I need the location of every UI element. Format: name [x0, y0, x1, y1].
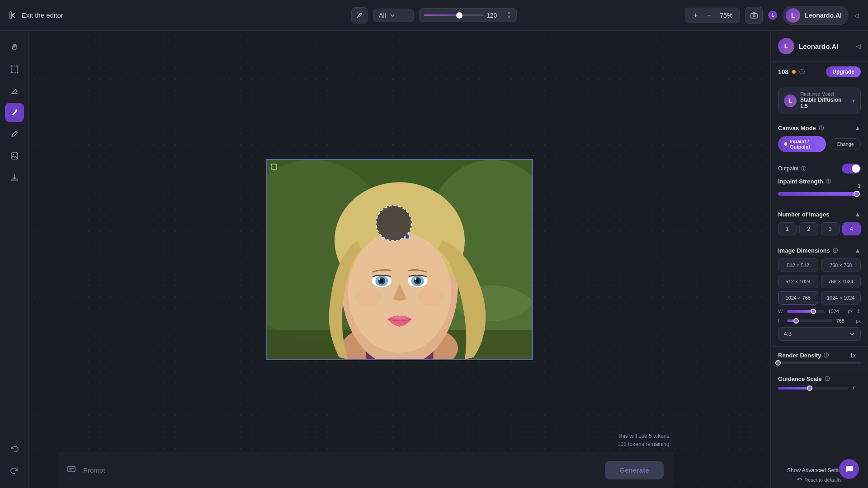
- aspect-ratio-select[interactable]: 4:3: [778, 327, 861, 341]
- guidance-scale-info-icon[interactable]: ⓘ: [825, 375, 830, 382]
- change-mode-button[interactable]: Change: [830, 138, 861, 150]
- canvas-area[interactable]: This will use 5 tokens. 108 tokens remai…: [29, 31, 770, 488]
- reset-icon: [797, 477, 802, 483]
- canvas-mode-info-icon[interactable]: ⓘ: [819, 125, 824, 131]
- num-images-4[interactable]: 4: [842, 222, 861, 235]
- user-avatar-area[interactable]: L Leonardo.AI: [783, 6, 849, 25]
- render-density-row: [778, 361, 861, 364]
- chat-float-button[interactable]: [839, 459, 859, 479]
- num-images-grid: 1 2 3 4: [778, 222, 861, 235]
- width-slider-row: W 1024 px ⇕: [778, 308, 861, 314]
- inpaint-strength-info-icon[interactable]: ⓘ: [826, 178, 831, 185]
- svg-rect-0: [10, 12, 11, 19]
- canvas-image[interactable]: [266, 159, 533, 360]
- zoom-minus-button[interactable]: −: [703, 10, 714, 21]
- brush-size-down[interactable]: ▼: [506, 15, 512, 20]
- upgrade-button[interactable]: Upgrade: [826, 66, 861, 77]
- zoom-in-button[interactable]: +: [690, 10, 701, 21]
- brush-size-thumb[interactable]: [456, 12, 462, 19]
- dim-1024x768[interactable]: 1024 × 768: [778, 291, 818, 305]
- panel-collapse-btn[interactable]: ◁: [856, 42, 861, 50]
- num-images-1[interactable]: 1: [778, 222, 797, 235]
- image-dimensions-info-icon[interactable]: ⓘ: [833, 247, 838, 254]
- brush-size-slider[interactable]: 120 ▲ ▼: [419, 8, 517, 22]
- image-dimensions-title: Image Dimensions ⓘ: [778, 247, 838, 254]
- guidance-scale-title: Guidance Scale ⓘ: [778, 375, 830, 382]
- transform-tool-button[interactable]: [5, 60, 24, 79]
- svg-point-33: [393, 316, 406, 319]
- hand-tool-button[interactable]: [5, 38, 24, 57]
- camera-button[interactable]: [745, 7, 763, 24]
- panel-header: L Leonardo.AI ◁: [771, 31, 868, 62]
- model-chevron-icon: ▾: [852, 98, 855, 104]
- zoom-controls: + − 75%: [685, 8, 740, 23]
- outpaint-toggle-knob: [852, 164, 860, 173]
- panel-user-avatar: L: [778, 38, 794, 54]
- height-thumb[interactable]: [793, 318, 799, 324]
- inpaint-outpaint-button[interactable]: Inpaint / Outpaint: [778, 136, 826, 152]
- dim-768x768[interactable]: 768 × 768: [821, 258, 861, 272]
- render-density-track[interactable]: [778, 361, 861, 364]
- inpaint-strength-thumb[interactable]: [854, 191, 860, 197]
- token-dot-icon: [792, 70, 796, 74]
- canvas-mode-collapse-icon: ▲: [854, 124, 861, 131]
- prompt-icon[interactable]: [67, 465, 76, 476]
- guidance-scale-row: 7: [778, 385, 861, 391]
- brush-type-dropdown[interactable]: All: [373, 9, 414, 22]
- aspect-ratio-label: 4:3: [784, 331, 792, 337]
- exit-button[interactable]: Exit the editor: [9, 11, 63, 20]
- prompt-input[interactable]: [83, 466, 598, 474]
- dim-512x512[interactable]: 512 × 512: [778, 258, 818, 272]
- paint-tool-button[interactable]: [5, 103, 24, 122]
- dim-1024x1024[interactable]: 1024 × 1024: [821, 291, 861, 305]
- guidance-scale-thumb[interactable]: [807, 385, 812, 391]
- svg-point-27: [378, 278, 380, 280]
- bottom-bar: Generate: [58, 452, 673, 488]
- width-thumb[interactable]: [811, 309, 816, 314]
- canvas-mode-header[interactable]: Canvas Mode ⓘ ▲: [778, 124, 861, 131]
- brush-size-up[interactable]: ▲: [506, 10, 512, 15]
- model-avatar: L: [784, 94, 797, 107]
- height-label: H: [778, 318, 783, 324]
- num-images-3[interactable]: 3: [821, 222, 840, 235]
- token-info-icon[interactable]: ⓘ: [799, 68, 805, 76]
- num-images-2[interactable]: 2: [799, 222, 818, 235]
- width-track[interactable]: [787, 310, 824, 313]
- inpaint-strength-slider-wrap: 1: [778, 192, 861, 196]
- dim-768x1024[interactable]: 768 × 1024: [821, 275, 861, 288]
- exit-icon: [9, 11, 18, 20]
- inpaint-strength-title: Inpaint Strength ⓘ: [778, 178, 861, 185]
- dim-512x1024[interactable]: 512 × 1024: [778, 275, 818, 288]
- token-row: 108 ⓘ Upgrade: [771, 62, 868, 82]
- outpaint-toggle[interactable]: [842, 164, 861, 174]
- download-button[interactable]: [5, 168, 24, 187]
- num-images-header[interactable]: Number of Images ▲: [778, 211, 861, 218]
- brush-type-label: All: [379, 12, 386, 19]
- pen-tool-button[interactable]: [5, 125, 24, 144]
- height-track[interactable]: [787, 319, 832, 322]
- svg-rect-37: [68, 466, 75, 472]
- width-label: W: [778, 309, 783, 314]
- aspect-chevron-icon: [849, 331, 855, 337]
- image-dimensions-header[interactable]: Image Dimensions ⓘ ▲: [778, 247, 861, 254]
- brush-size-value: 120: [486, 12, 503, 19]
- generate-button[interactable]: Generate: [605, 461, 664, 479]
- eraser-tool-button[interactable]: [5, 81, 24, 100]
- zoom-percent: 75%: [717, 12, 735, 19]
- image-dimensions-grid: 512 × 512 768 × 768 512 × 1024 768 × 102…: [778, 258, 861, 305]
- panel-toggle-btn[interactable]: ◁: [854, 12, 859, 19]
- svg-point-32: [415, 278, 416, 280]
- model-selector[interactable]: L Finetuned Model Stable Diffusion 1.5 ▾: [778, 88, 861, 113]
- render-density-info-icon[interactable]: ⓘ: [824, 352, 829, 359]
- image-tool-button[interactable]: [5, 146, 24, 165]
- redo-button[interactable]: [5, 462, 24, 481]
- model-name: Stable Diffusion 1.5: [800, 97, 849, 109]
- inpaint-strength-track[interactable]: [778, 192, 861, 196]
- render-density-thumb[interactable]: [775, 360, 781, 366]
- guidance-scale-track[interactable]: [778, 387, 848, 389]
- undo-button[interactable]: [5, 440, 24, 459]
- notification-badge[interactable]: 1: [768, 11, 777, 20]
- brush-tool-btn[interactable]: [351, 7, 368, 23]
- svg-point-5: [10, 66, 12, 67]
- outpaint-info-icon[interactable]: ⓘ: [801, 165, 806, 172]
